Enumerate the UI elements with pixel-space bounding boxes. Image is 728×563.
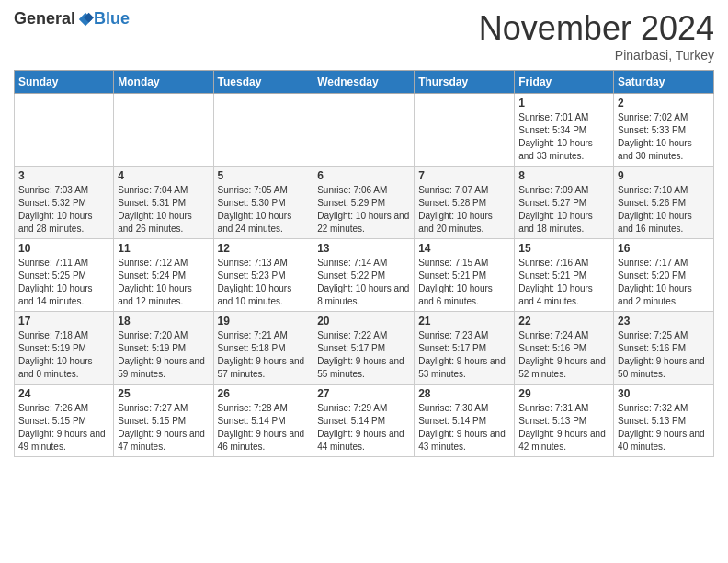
logo-blue: Blue (94, 9, 130, 29)
logo: General Blue (14, 9, 130, 29)
calendar-day-cell: 25Sunrise: 7:27 AM Sunset: 5:15 PM Dayli… (114, 385, 213, 457)
day-info: Sunrise: 7:23 AM Sunset: 5:17 PM Dayligh… (418, 329, 510, 381)
calendar-day-cell: 28Sunrise: 7:30 AM Sunset: 5:14 PM Dayli… (415, 385, 515, 457)
day-info: Sunrise: 7:04 AM Sunset: 5:31 PM Dayligh… (118, 184, 209, 236)
day-number: 29 (518, 387, 609, 400)
calendar-day-cell: 12Sunrise: 7:13 AM Sunset: 5:23 PM Dayli… (213, 239, 313, 312)
day-info: Sunrise: 7:27 AM Sunset: 5:15 PM Dayligh… (118, 402, 209, 454)
day-info: Sunrise: 7:10 AM Sunset: 5:26 PM Dayligh… (618, 184, 710, 236)
calendar-day-cell: 11Sunrise: 7:12 AM Sunset: 5:24 PM Dayli… (114, 239, 213, 312)
day-number: 21 (418, 315, 510, 327)
day-info: Sunrise: 7:14 AM Sunset: 5:22 PM Dayligh… (317, 257, 410, 308)
day-info: Sunrise: 7:29 AM Sunset: 5:14 PM Dayligh… (317, 402, 410, 454)
calendar-day-cell: 9Sunrise: 7:10 AM Sunset: 5:26 PM Daylig… (614, 167, 714, 239)
calendar-table: SundayMondayTuesdayWednesdayThursdayFrid… (14, 70, 714, 457)
calendar-day-cell: 8Sunrise: 7:09 AM Sunset: 5:27 PM Daylig… (515, 167, 614, 239)
month-title: November 2024 (479, 9, 714, 48)
day-info: Sunrise: 7:31 AM Sunset: 5:13 PM Dayligh… (518, 402, 609, 454)
day-number: 12 (218, 242, 310, 255)
calendar-day-cell: 1Sunrise: 7:01 AM Sunset: 5:34 PM Daylig… (515, 94, 614, 167)
calendar-day-header: Monday (114, 71, 213, 94)
calendar-day-header: Friday (515, 71, 614, 94)
day-number: 9 (618, 169, 710, 182)
calendar-header-row: SundayMondayTuesdayWednesdayThursdayFrid… (15, 71, 714, 94)
calendar-day-cell: 5Sunrise: 7:05 AM Sunset: 5:30 PM Daylig… (213, 167, 313, 239)
calendar-day-cell: 19Sunrise: 7:21 AM Sunset: 5:18 PM Dayli… (213, 312, 313, 385)
calendar-day-cell: 29Sunrise: 7:31 AM Sunset: 5:13 PM Dayli… (515, 385, 614, 457)
calendar-week-row: 24Sunrise: 7:26 AM Sunset: 5:15 PM Dayli… (15, 385, 714, 457)
calendar-week-row: 3Sunrise: 7:03 AM Sunset: 5:32 PM Daylig… (15, 167, 714, 239)
day-info: Sunrise: 7:30 AM Sunset: 5:14 PM Dayligh… (418, 402, 510, 454)
day-number: 2 (618, 97, 710, 109)
day-number: 22 (518, 315, 609, 327)
day-info: Sunrise: 7:17 AM Sunset: 5:20 PM Dayligh… (618, 257, 710, 308)
calendar-day-cell: 7Sunrise: 7:07 AM Sunset: 5:28 PM Daylig… (415, 167, 515, 239)
calendar-day-cell: 20Sunrise: 7:22 AM Sunset: 5:17 PM Dayli… (313, 312, 415, 385)
day-number: 19 (218, 315, 310, 327)
calendar-day-cell: 18Sunrise: 7:20 AM Sunset: 5:19 PM Dayli… (114, 312, 213, 385)
day-info: Sunrise: 7:24 AM Sunset: 5:16 PM Dayligh… (518, 329, 609, 381)
day-number: 23 (618, 315, 710, 327)
calendar-day-cell: 10Sunrise: 7:11 AM Sunset: 5:25 PM Dayli… (15, 239, 114, 312)
calendar-day-cell: 2Sunrise: 7:02 AM Sunset: 5:33 PM Daylig… (614, 94, 714, 167)
day-number: 5 (218, 169, 310, 182)
day-info: Sunrise: 7:20 AM Sunset: 5:19 PM Dayligh… (118, 329, 209, 381)
logo-general: General (14, 9, 75, 29)
calendar-day-cell (313, 94, 415, 167)
logo-icon (77, 11, 94, 28)
day-info: Sunrise: 7:15 AM Sunset: 5:21 PM Dayligh… (418, 257, 510, 308)
calendar-day-cell (415, 94, 515, 167)
day-info: Sunrise: 7:12 AM Sunset: 5:24 PM Dayligh… (118, 257, 209, 308)
calendar-day-cell: 15Sunrise: 7:16 AM Sunset: 5:21 PM Dayli… (515, 239, 614, 312)
location-subtitle: Pinarbasi, Turkey (479, 48, 714, 63)
calendar-day-cell: 13Sunrise: 7:14 AM Sunset: 5:22 PM Dayli… (313, 239, 415, 312)
day-number: 7 (418, 169, 510, 182)
calendar-day-header: Wednesday (313, 71, 415, 94)
calendar-day-header: Saturday (614, 71, 714, 94)
calendar-day-cell: 22Sunrise: 7:24 AM Sunset: 5:16 PM Dayli… (515, 312, 614, 385)
calendar-day-cell: 6Sunrise: 7:06 AM Sunset: 5:29 PM Daylig… (313, 167, 415, 239)
day-number: 15 (518, 242, 609, 255)
calendar-week-row: 1Sunrise: 7:01 AM Sunset: 5:34 PM Daylig… (15, 94, 714, 167)
day-number: 18 (118, 315, 209, 327)
calendar-day-cell: 17Sunrise: 7:18 AM Sunset: 5:19 PM Dayli… (15, 312, 114, 385)
day-info: Sunrise: 7:07 AM Sunset: 5:28 PM Dayligh… (418, 184, 510, 236)
day-info: Sunrise: 7:03 AM Sunset: 5:32 PM Dayligh… (18, 184, 109, 236)
day-info: Sunrise: 7:01 AM Sunset: 5:34 PM Dayligh… (518, 111, 609, 163)
calendar-day-cell (114, 94, 213, 167)
title-block: November 2024 Pinarbasi, Turkey (479, 9, 714, 63)
day-info: Sunrise: 7:16 AM Sunset: 5:21 PM Dayligh… (518, 257, 609, 308)
calendar-day-cell: 14Sunrise: 7:15 AM Sunset: 5:21 PM Dayli… (415, 239, 515, 312)
day-number: 27 (317, 387, 410, 400)
page-header: General Blue November 2024 Pinarbasi, Tu… (14, 9, 714, 63)
day-number: 14 (418, 242, 510, 255)
calendar-day-header: Sunday (15, 71, 114, 94)
calendar-week-row: 10Sunrise: 7:11 AM Sunset: 5:25 PM Dayli… (15, 239, 714, 312)
day-number: 10 (18, 242, 109, 255)
calendar-day-cell: 21Sunrise: 7:23 AM Sunset: 5:17 PM Dayli… (415, 312, 515, 385)
day-number: 1 (518, 97, 609, 109)
day-info: Sunrise: 7:26 AM Sunset: 5:15 PM Dayligh… (18, 402, 109, 454)
day-number: 26 (218, 387, 310, 400)
calendar-day-cell: 23Sunrise: 7:25 AM Sunset: 5:16 PM Dayli… (614, 312, 714, 385)
calendar-day-header: Thursday (415, 71, 515, 94)
day-number: 25 (118, 387, 209, 400)
calendar-day-cell: 3Sunrise: 7:03 AM Sunset: 5:32 PM Daylig… (15, 167, 114, 239)
day-number: 24 (18, 387, 109, 400)
day-number: 17 (18, 315, 109, 327)
day-number: 8 (518, 169, 609, 182)
day-info: Sunrise: 7:32 AM Sunset: 5:13 PM Dayligh… (618, 402, 710, 454)
calendar-day-cell: 27Sunrise: 7:29 AM Sunset: 5:14 PM Dayli… (313, 385, 415, 457)
day-number: 16 (618, 242, 710, 255)
day-info: Sunrise: 7:09 AM Sunset: 5:27 PM Dayligh… (518, 184, 609, 236)
day-number: 28 (418, 387, 510, 400)
day-number: 20 (317, 315, 410, 327)
day-number: 3 (18, 169, 109, 182)
calendar-day-cell: 24Sunrise: 7:26 AM Sunset: 5:15 PM Dayli… (15, 385, 114, 457)
calendar-week-row: 17Sunrise: 7:18 AM Sunset: 5:19 PM Dayli… (15, 312, 714, 385)
calendar-day-cell: 26Sunrise: 7:28 AM Sunset: 5:14 PM Dayli… (213, 385, 313, 457)
day-info: Sunrise: 7:21 AM Sunset: 5:18 PM Dayligh… (218, 329, 310, 381)
day-number: 4 (118, 169, 209, 182)
day-info: Sunrise: 7:18 AM Sunset: 5:19 PM Dayligh… (18, 329, 109, 381)
day-number: 13 (317, 242, 410, 255)
